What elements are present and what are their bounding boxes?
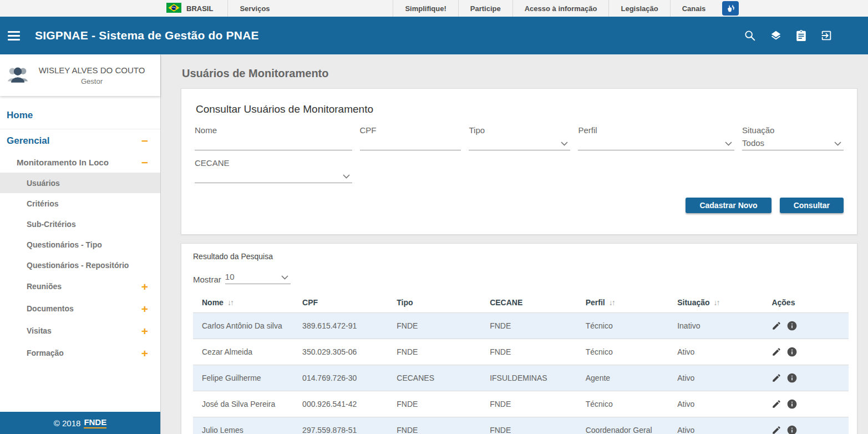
vlibras-accessibility-icon[interactable] [722, 1, 739, 16]
gov-link-servicos[interactable]: Serviços [228, 0, 393, 17]
sidebar-item-label: Sub-Critérios [27, 220, 76, 229]
col-header-perfil[interactable]: Perfil↓↑ [581, 292, 673, 313]
sidebar-item-label: Documentos [27, 304, 74, 313]
sidebar-item-usuarios[interactable]: Usuários [0, 173, 160, 193]
collapse-icon[interactable]: − [141, 135, 148, 147]
user-name: WISLEY ALVES DO COUTO [31, 65, 153, 75]
edit-icon[interactable] [771, 399, 781, 409]
app-header: SIGPNAE - Sistema de Gestão do PNAE [0, 17, 868, 54]
sidebar-item-criterios[interactable]: Critérios [0, 193, 160, 214]
edit-icon[interactable] [771, 373, 781, 383]
menu-toggle-icon[interactable] [7, 29, 21, 43]
info-icon[interactable] [786, 372, 798, 383]
edit-icon[interactable] [771, 425, 781, 434]
cell-nome: Julio Lemes [193, 417, 298, 434]
cell-situacao: Inativo [673, 313, 767, 339]
info-icon[interactable] [786, 425, 798, 434]
cecane-label: CECANE [195, 158, 352, 168]
gov-link-legislacao[interactable]: Legislação [609, 0, 669, 17]
nome-label: Nome [195, 125, 352, 135]
col-header-tipo: Tipo [392, 292, 485, 313]
gov-link-simplifique[interactable]: Simplifique! [393, 0, 458, 17]
cell-nome: José da Silva Pereira [193, 391, 298, 417]
sidebar-item-questionarios-repositorio[interactable]: Questionários - Repositório [0, 255, 160, 275]
cell-cecane: FNDE [485, 313, 581, 339]
table-row: José da Silva Pereira 000.926.541-42 FND… [193, 391, 849, 417]
cadastrar-novo-button[interactable]: Cadastrar Novo [686, 198, 771, 213]
sidebar-item-label: Questionários - Repositório [27, 261, 129, 270]
page-size-select[interactable]: 10 [225, 270, 291, 284]
brazil-flag-icon [166, 3, 181, 14]
cell-perfil: Técnico [581, 313, 673, 339]
fnde-link[interactable]: FNDE [84, 417, 106, 428]
cell-tipo: FNDE [392, 339, 485, 365]
gov-link-participe[interactable]: Participe [459, 0, 512, 17]
perfil-label: Perfil [578, 125, 734, 135]
main-content: Usuários de Monitoramento Consultar Usuá… [161, 54, 868, 434]
cell-cecane: IFSULDEMINAS [485, 365, 581, 391]
situacao-select[interactable]: Todos [742, 136, 844, 150]
collapse-icon[interactable]: − [141, 157, 148, 168]
info-icon[interactable] [786, 320, 798, 331]
cpf-input[interactable] [360, 136, 461, 150]
expand-icon[interactable]: + [141, 347, 148, 359]
app-header-actions [744, 29, 833, 42]
expand-icon[interactable]: + [141, 303, 148, 315]
tipo-select[interactable] [469, 136, 570, 150]
clipboard-icon[interactable] [796, 29, 806, 42]
col-header-cecane: CECANE [485, 292, 581, 313]
sidebar-item-label: Critérios [27, 199, 59, 208]
perfil-select[interactable] [578, 136, 734, 150]
expand-icon[interactable]: + [141, 281, 148, 292]
gov-brand-label: BRASIL [186, 4, 213, 13]
sidebar-item-home[interactable]: Home [0, 105, 160, 125]
page-title: Usuários de Monitoramento [182, 67, 857, 80]
field-cpf: CPF [360, 125, 461, 150]
sort-icon[interactable]: ↓↑ [714, 298, 719, 307]
expand-icon[interactable]: + [141, 325, 148, 337]
sidebar-item-reunioes[interactable]: Reuniões + [0, 275, 160, 297]
search-icon[interactable] [744, 29, 756, 42]
cell-nome: Carlos Antônio Da silva [193, 313, 298, 339]
cell-situacao: Ativo [673, 391, 767, 417]
gov-bar: BRASIL Serviços Simplifique! Participe A… [0, 0, 868, 17]
sidebar-item-gerencial[interactable]: Gerencial − [0, 129, 160, 152]
gov-link-acesso-informacao[interactable]: Acesso à informação [513, 0, 609, 17]
copyright-text: © 2018 [54, 418, 81, 428]
cell-cecane: FNDE [485, 417, 581, 434]
sort-icon[interactable]: ↓↑ [227, 298, 233, 307]
table-row: Felipe Guilherme 014.769.726-30 CECANES … [193, 365, 849, 391]
user-card: WISLEY ALVES DO COUTO Gestor [0, 54, 160, 96]
situacao-label: Situação [742, 125, 844, 135]
cell-perfil: Técnico [581, 339, 673, 365]
col-header-nome[interactable]: Nome↓↑ [193, 292, 298, 313]
gov-link-canais[interactable]: Canais [671, 0, 718, 17]
sidebar-item-monitoramento-in-loco[interactable]: Monitoramento In Loco − [0, 152, 160, 173]
nome-input[interactable] [195, 136, 352, 150]
info-icon[interactable] [786, 346, 798, 357]
table-row: Cezar Almeida 350.029.305-06 FNDE FNDE T… [193, 339, 849, 365]
edit-icon[interactable] [771, 321, 781, 331]
col-header-cpf: CPF [298, 292, 392, 313]
cecane-select[interactable] [195, 169, 352, 183]
layers-icon[interactable] [770, 29, 782, 42]
info-icon[interactable] [786, 398, 798, 410]
edit-icon[interactable] [771, 347, 781, 357]
col-header-situacao[interactable]: Situação↓↑ [673, 292, 767, 313]
sidebar-item-formacao[interactable]: Formação + [0, 342, 160, 364]
sidebar-item-visitas[interactable]: Visitas + [0, 320, 160, 342]
sidebar-item-questionarios-tipo[interactable]: Questionários - Tipo [0, 234, 160, 255]
cell-tipo: FNDE [392, 417, 485, 434]
sidebar-item-documentos[interactable]: Documentos + [0, 297, 160, 320]
cpf-label: CPF [360, 125, 461, 135]
consultar-button[interactable]: Consultar [780, 198, 844, 213]
sidebar-item-sub-criterios[interactable]: Sub-Critérios [0, 214, 160, 234]
table-header-row: Nome↓↑ CPF Tipo CECANE Perfil↓↑ Situação… [193, 292, 849, 313]
field-cecane: CECANE [195, 158, 352, 183]
cell-cecane: FNDE [485, 391, 581, 417]
results-card: Resultado da Pesquisa Mostrar 10 [181, 243, 857, 434]
logout-icon[interactable] [820, 29, 833, 42]
sidebar: WISLEY ALVES DO COUTO Gestor Home Gerenc… [0, 54, 161, 434]
sort-icon[interactable]: ↓↑ [609, 298, 615, 307]
cell-perfil: Coordenador Geral [581, 417, 673, 434]
